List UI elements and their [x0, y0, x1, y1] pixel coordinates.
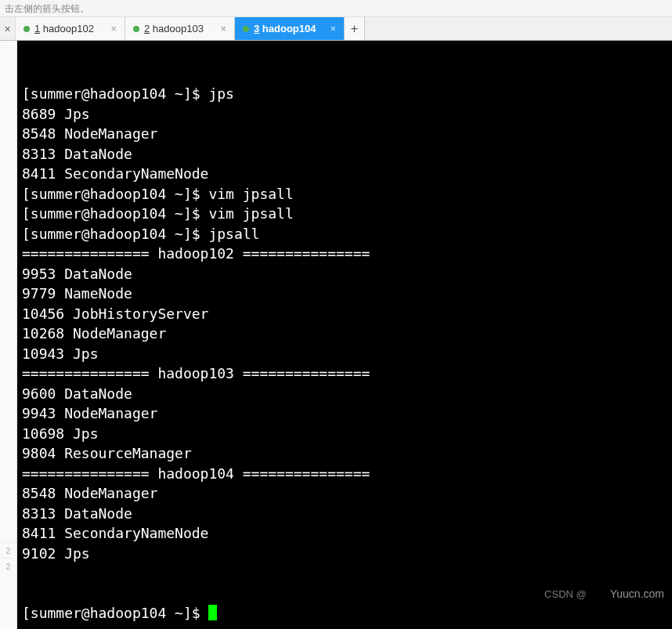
terminal-line: [summer@hadoop104 ~]$ jpsall	[22, 224, 667, 244]
tab-bar: × 1 hadoop102 × 2 hadoop103 × 3 hadoop10…	[0, 17, 672, 41]
gutter-mark: 2	[0, 542, 16, 558]
terminal-line: 9779 NameNode	[22, 284, 667, 304]
add-tab-button[interactable]: +	[345, 17, 365, 40]
terminal-prompt-line: [summer@hadoop104 ~]$	[22, 603, 667, 624]
status-dot-icon	[133, 26, 139, 32]
terminal-line: 10456 JobHistoryServer	[22, 304, 667, 324]
tab-hadoop104[interactable]: 3 hadoop104 ×	[235, 17, 345, 40]
terminal-line: 9804 ResourceManager	[22, 443, 667, 464]
terminal-line: 10268 NodeManager	[22, 324, 667, 344]
tab-close-icon[interactable]: ×	[219, 23, 228, 34]
cursor-icon	[208, 605, 217, 620]
status-dot-icon	[243, 26, 249, 32]
status-dot-icon	[23, 26, 30, 32]
terminal-line: 8548 NodeManager	[22, 124, 667, 144]
terminal-line: =============== hadoop102 ==============…	[22, 244, 667, 264]
tab-label: 3 hadoop104	[254, 23, 316, 34]
tab-close-icon[interactable]: ×	[109, 23, 118, 34]
tab-label: 2 hadoop103	[144, 23, 204, 34]
gutter: 2 2	[0, 41, 17, 629]
terminal-line: 9953 DataNode	[22, 264, 667, 284]
terminal-line: [summer@hadoop104 ~]$ jps	[22, 84, 667, 104]
terminal-line: 8313 DataNode	[22, 144, 667, 164]
terminal-line: =============== hadoop103 ==============…	[22, 363, 667, 384]
terminal[interactable]: [summer@hadoop104 ~]$ jps8689 Jps8548 No…	[17, 41, 672, 629]
hint-bar: 击左侧的箭头按钮。	[0, 0, 672, 17]
tab-label: 1 hadoop102	[34, 23, 94, 34]
gutter-mark: 2	[0, 558, 16, 573]
terminal-line: 10698 Jps	[22, 424, 667, 444]
terminal-line: 8313 DataNode	[22, 504, 667, 524]
tab-close-icon[interactable]: ×	[328, 23, 338, 34]
terminal-line: 10943 Jps	[22, 344, 667, 364]
terminal-line: 9102 Jps	[22, 544, 667, 564]
terminal-line: [summer@hadoop104 ~]$ vim jpsall	[22, 204, 667, 224]
tab-hadoop102[interactable]: 1 hadoop102 ×	[16, 17, 125, 40]
terminal-line: 8548 NodeManager	[22, 483, 667, 504]
terminal-container: 2 2 [summer@hadoop104 ~]$ jps8689 Jps854…	[0, 41, 672, 629]
terminal-line: 9600 DataNode	[22, 384, 667, 404]
terminal-line: [summer@hadoop104 ~]$ vim jpsall	[22, 184, 667, 204]
close-icon[interactable]: ×	[0, 17, 16, 40]
terminal-line: 9943 NodeManager	[22, 403, 667, 424]
terminal-line: 8689 Jps	[22, 104, 667, 125]
terminal-line: =============== hadoop104 ==============…	[22, 464, 667, 484]
tab-hadoop103[interactable]: 2 hadoop103 ×	[125, 17, 235, 40]
terminal-line: 8411 SecondaryNameNode	[22, 523, 667, 544]
terminal-line: 8411 SecondaryNameNode	[22, 164, 667, 184]
